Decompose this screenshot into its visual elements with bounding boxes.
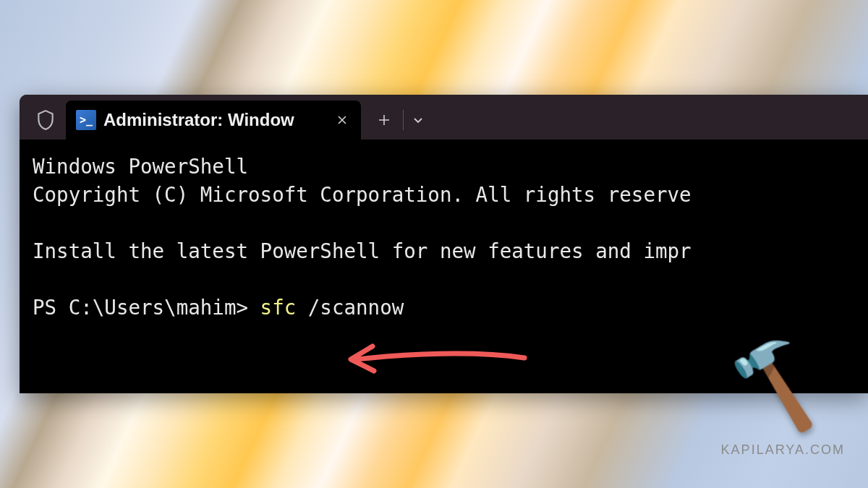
output-line: Copyright (C) Microsoft Corporation. All…: [33, 183, 692, 206]
prompt-text: PS C:\Users\mahim>: [33, 296, 260, 319]
watermark-text: KAPILARYA.COM: [721, 442, 845, 458]
command-binary: sfc: [260, 296, 297, 319]
tab-bar: >_ Administrator: Window: [20, 95, 868, 140]
output-line: Install the latest PowerShell for new fe…: [33, 239, 692, 262]
output-line: Windows PowerShell: [33, 155, 248, 178]
close-tab-button[interactable]: [333, 111, 351, 129]
active-tab[interactable]: >_ Administrator: Window: [66, 100, 361, 140]
command-args: /scannow: [296, 296, 404, 319]
powershell-icon: >_: [76, 110, 96, 130]
admin-shield-icon: [28, 100, 63, 140]
new-tab-button[interactable]: [365, 100, 403, 140]
tab-toolbar: [365, 100, 433, 140]
tab-dropdown-button[interactable]: [404, 100, 433, 140]
hammer-icon: 🔨: [718, 329, 832, 438]
tab-title: Administrator: Window: [103, 110, 326, 130]
